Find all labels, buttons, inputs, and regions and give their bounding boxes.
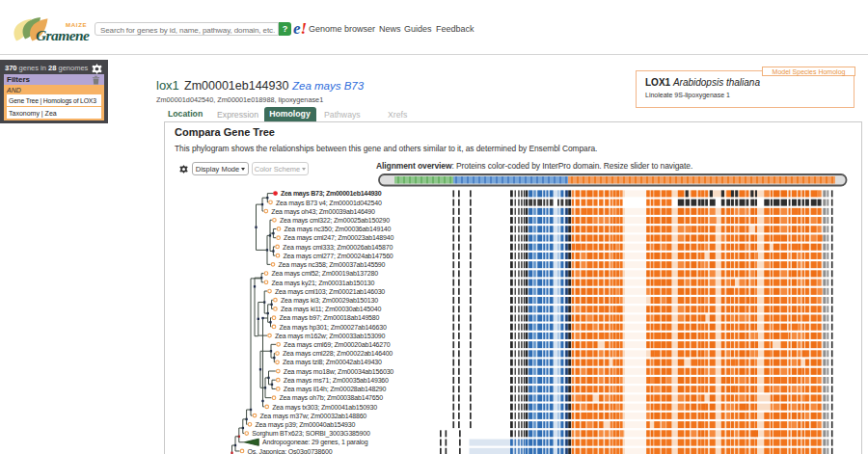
svg-text:Zea mays b97; Zm00018ab149580: Zea mays b97; Zm00018ab149580 [280, 314, 380, 322]
svg-text:Zea mays m37w; Zm00032ab148860: Zea mays m37w; Zm00032ab148860 [260, 413, 367, 420]
svg-text:Andropogoneae: 29 genes, 1 par: Andropogoneae: 29 genes, 1 paralog [262, 439, 368, 446]
svg-text:Sorghum BTx623; SORBI_3003G385: Sorghum BTx623; SORBI_3003G385900 [252, 430, 370, 438]
svg-text:Zea mays m162w; Zm00033ab15309: Zea mays m162w; Zm00033ab153090 [275, 333, 386, 340]
svg-text:Zea mays nc350; Zm00036ab14914: Zea mays nc350; Zm00036ab149140 [285, 226, 392, 233]
svg-text:Zea mays cml69; Zm00020ab14627: Zea mays cml69; Zm00020ab146270 [284, 341, 391, 349]
svg-text:Zea mays cml333; Zm00026ab1458: Zea mays cml333; Zm00026ab145870 [283, 244, 393, 252]
svg-text:Zea mays ki11; Zm00030ab145040: Zea mays ki11; Zm00030ab145040 [281, 306, 381, 313]
svg-text:Zea mays cml322; Zm00025ab1502: Zea mays cml322; Zm00025ab150290 [280, 217, 390, 225]
svg-text:Zea mays cml103; Zm00021ab1460: Zea mays cml103; Zm00021ab146030 [275, 288, 385, 296]
svg-text:Zea mays B73 v4; Zm00001d04254: Zea mays B73 v4; Zm00001d042540 [276, 200, 382, 207]
svg-text:Zea mays p39; Zm00040ab154930: Zea mays p39; Zm00040ab154930 [256, 421, 356, 429]
svg-text:Zea mays tzi8; Zm00042ab149430: Zea mays tzi8; Zm00042ab149430 [283, 359, 382, 366]
svg-text:Zea mays cml228; Zm00022ab1464: Zea mays cml228; Zm00022ab146400 [283, 350, 393, 358]
svg-text:Zea mays cml277; Zm00024ab1475: Zea mays cml277; Zm00024ab147560 [284, 253, 393, 260]
svg-text:Zea mays nc358; Zm00037ab14559: Zea mays nc358; Zm00037ab145590 [279, 261, 386, 269]
svg-text:Zea mays ky21; Zm00031ab150130: Zea mays ky21; Zm00031ab150130 [272, 280, 375, 287]
svg-text:Zea mays B73; Zm00001eb144930: Zea mays B73; Zm00001eb144930 [281, 190, 382, 198]
svg-text:Zea mays tx303; Zm00041ab15093: Zea mays tx303; Zm00041ab150930 [272, 404, 377, 412]
svg-text:Zea mays cml52; Zm00019ab13728: Zea mays cml52; Zm00019ab137280 [272, 270, 379, 278]
svg-text:Zea mays oh43; Zm00039ab146490: Zea mays oh43; Zm00039ab146490 [271, 208, 375, 216]
svg-text:Zea mays cml247; Zm00023ab1489: Zea mays cml247; Zm00023ab148940 [284, 234, 393, 242]
svg-text:Zea mays mo18w; Zm00034ab15603: Zea mays mo18w; Zm00034ab156030 [284, 368, 394, 376]
svg-text:Zea mays ms71; Zm00035ab149360: Zea mays ms71; Zm00035ab149360 [284, 377, 389, 385]
svg-text:Os. Japonica; Os03g0738600: Os. Japonica; Os03g0738600 [248, 448, 333, 454]
svg-text:Zea mays oh7b; Zm00038ab147650: Zea mays oh7b; Zm00038ab147650 [280, 394, 384, 402]
svg-text:Gramene: Gramene [36, 27, 90, 43]
svg-text:Zea mays hp301; Zm00027ab14663: Zea mays hp301; Zm00027ab146630 [280, 324, 387, 332]
svg-text:Zea mays ki3; Zm00029ab150130: Zea mays ki3; Zm00029ab150130 [281, 297, 378, 305]
svg-text:Zea mays il14h; Zm00028ab14829: Zea mays il14h; Zm00028ab148290 [284, 386, 387, 393]
